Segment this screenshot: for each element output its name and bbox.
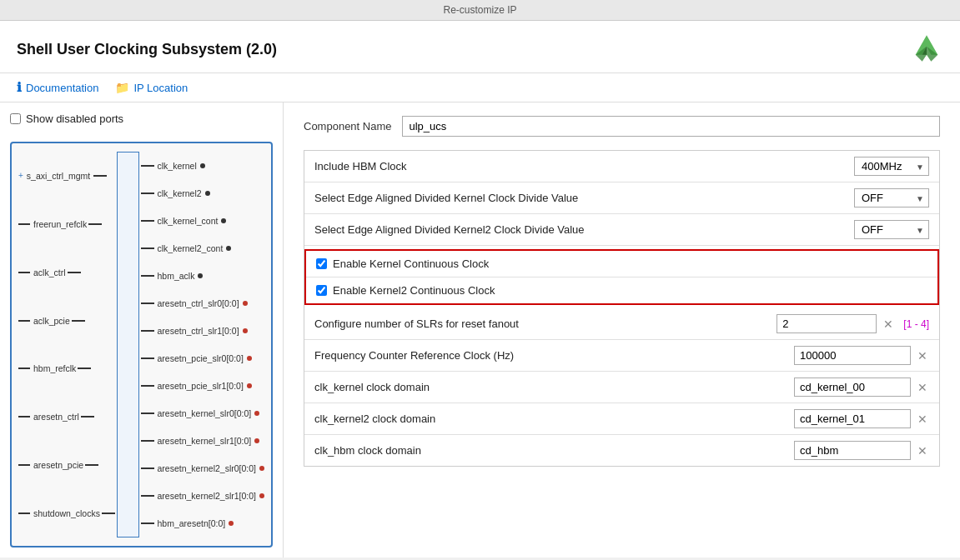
left-pin-aresetn-pcie: aresetn_pcie <box>18 460 115 470</box>
left-pin-freerun: freerun_refclk <box>18 219 115 229</box>
clk-kernel-domain-input[interactable] <box>794 378 911 397</box>
config-row-clk-kernel-domain: clk_kernel clock domain ✕ <box>304 372 939 403</box>
left-panel: Show disabled ports + s_axi_ctrl_mgmt <box>0 102 284 558</box>
folder-icon: 📁 <box>115 81 129 94</box>
clk-kernel-domain-label: clk_kernel clock domain <box>314 381 784 393</box>
config-row-clk-hbm-domain: clk_hbm clock domain ✕ <box>304 435 939 466</box>
ip-location-label: IP Location <box>133 82 188 94</box>
config-row-slr-count: Configure number of SLRs for reset fanou… <box>304 308 939 340</box>
clk-hbm-domain-label: clk_hbm clock domain <box>314 444 784 457</box>
right-pin-aresetn-pcie-slr0: aresetn_pcie_slr0[0:0] <box>141 353 265 363</box>
xilinx-logo <box>910 32 943 66</box>
freq-counter-control: ✕ <box>794 346 929 365</box>
config-section: Include HBM Clock 400MHz 300MHz 200MHz O… <box>304 150 940 467</box>
component-name-row: Component Name <box>304 116 940 137</box>
documentation-label: Documentation <box>26 82 98 94</box>
left-pin-aresetn-ctrl: aresetn_ctrl <box>18 412 115 422</box>
clk-hbm-domain-clear-button[interactable]: ✕ <box>916 444 929 458</box>
slr-count-clear-button[interactable]: ✕ <box>882 318 895 331</box>
header: Shell User Clocking Subsystem (2.0) <box>0 21 960 73</box>
left-pin-hbm-refclk: hbm_refclk <box>18 363 115 373</box>
right-pin-aresetn-pcie-slr1: aresetn_pcie_slr1[0:0] <box>141 381 265 391</box>
kernel2-clock-divide-control: OFF 2 4 8 ▼ <box>854 220 929 239</box>
clk-hbm-domain-control: ✕ <box>794 441 929 460</box>
toolbar: ℹ Documentation 📁 IP Location <box>0 73 960 102</box>
left-pin-aclk-pcie: aclk_pcie <box>18 316 115 326</box>
right-pin-aresetn-kernel-slr1: aresetn_kernel_slr1[0:0] <box>141 436 265 446</box>
right-pin-aresetn-ctrl-slr1: aresetn_ctrl_slr1[0:0] <box>141 326 265 336</box>
ip-location-link[interactable]: 📁 IP Location <box>115 81 188 94</box>
right-panel: Component Name Include HBM Clock 400MHz … <box>284 102 960 558</box>
freq-counter-label: Frequency Counter Reference Clock (Hz) <box>314 349 784 362</box>
config-row-clk-kernel2-domain: clk_kernel2 clock domain ✕ <box>304 403 939 435</box>
right-pin-aresetn-kernel-slr0: aresetn_kernel_slr0[0:0] <box>141 408 265 418</box>
slr-count-label: Configure number of SLRs for reset fanou… <box>314 318 766 330</box>
documentation-link[interactable]: ℹ Documentation <box>17 80 98 95</box>
block-diagram: + s_axi_ctrl_mgmt freerun_refclk aclk_ct… <box>10 142 273 548</box>
right-pin-hbm-aresetn: hbm_aresetn[0:0] <box>141 518 265 528</box>
config-row-kernel2-clock-divide: Select Edge Aligned Divided Kernel2 Cloc… <box>304 214 939 246</box>
clk-kernel-domain-control: ✕ <box>794 378 929 397</box>
info-icon: ℹ <box>17 80 22 95</box>
kernel2-clock-divide-label: Select Edge Aligned Divided Kernel2 Cloc… <box>314 223 844 236</box>
slr-count-range-hint: [1 - 4] <box>903 318 929 330</box>
kernel-clock-divide-control: OFF 2 4 8 ▼ <box>854 188 929 208</box>
clk-hbm-domain-input[interactable] <box>794 441 911 460</box>
show-disabled-ports-row: Show disabled ports <box>10 112 273 125</box>
page-title: Shell User Clocking Subsystem (2.0) <box>17 41 277 58</box>
show-disabled-ports-checkbox[interactable] <box>10 113 21 124</box>
config-row-freq-counter: Frequency Counter Reference Clock (Hz) ✕ <box>304 340 939 372</box>
kernel-clock-divide-label: Select Edge Aligned Divided Kernel Clock… <box>314 192 844 204</box>
slr-count-control: ✕ [1 - 4] <box>777 314 929 333</box>
left-pin-s-axi: + s_axi_ctrl_mgmt <box>18 171 115 181</box>
left-pin-aclk-ctrl: aclk_ctrl <box>18 268 115 278</box>
right-pin-aresetn-ctrl-slr0: aresetn_ctrl_slr0[0:0] <box>141 298 265 308</box>
freq-counter-input[interactable] <box>794 346 911 365</box>
enable-kernel2-clock-row: Enable Kernel2 Continuous Clock <box>306 278 937 303</box>
top-bar-title: Re-customize IP <box>443 4 516 16</box>
top-bar: Re-customize IP <box>0 0 960 21</box>
component-name-label: Component Name <box>304 120 392 132</box>
enable-kernel2-clock-label: Enable Kernel2 Continuous Clock <box>333 284 495 297</box>
hbm-clock-dropdown-wrapper: 400MHz 300MHz 200MHz OFF ▼ <box>854 157 929 176</box>
clk-kernel2-domain-control: ✕ <box>794 409 929 428</box>
right-pin-clk-kernel2-cont: clk_kernel2_cont <box>141 243 265 253</box>
component-name-input[interactable] <box>402 116 941 137</box>
kernel2-clock-divide-select[interactable]: OFF 2 4 8 <box>854 220 929 239</box>
kernel2-clock-divide-wrapper: OFF 2 4 8 ▼ <box>854 220 929 239</box>
enable-kernel-clock-row: Enable Kernel Continuous Clock <box>306 251 937 278</box>
enable-kernel-clock-label: Enable Kernel Continuous Clock <box>333 258 489 270</box>
clk-kernel2-domain-clear-button[interactable]: ✕ <box>916 412 929 426</box>
freq-counter-clear-button[interactable]: ✕ <box>916 349 929 362</box>
right-pin-hbm-aclk: hbm_aclk <box>141 271 265 281</box>
hbm-clock-control: 400MHz 300MHz 200MHz OFF ▼ <box>854 157 929 176</box>
main-container: Shell User Clocking Subsystem (2.0) ℹ Do… <box>0 21 960 558</box>
enable-kernel-clock-checkbox[interactable] <box>316 258 327 269</box>
kernel-clock-divide-wrapper: OFF 2 4 8 ▼ <box>854 188 929 208</box>
left-pin-shutdown: shutdown_clocks <box>18 508 115 518</box>
hbm-clock-select[interactable]: 400MHz 300MHz 200MHz OFF <box>854 157 929 176</box>
clk-kernel-domain-clear-button[interactable]: ✕ <box>916 381 929 394</box>
show-disabled-ports-label: Show disabled ports <box>26 112 123 125</box>
enable-kernel2-clock-checkbox[interactable] <box>316 285 327 296</box>
expand-icon[interactable]: + <box>18 171 23 180</box>
right-pin-clk-kernel: clk_kernel <box>141 161 265 171</box>
hbm-clock-label: Include HBM Clock <box>314 160 844 172</box>
highlighted-checkbox-section: Enable Kernel Continuous Clock Enable Ke… <box>304 249 939 305</box>
config-row-kernel-clock-divide: Select Edge Aligned Divided Kernel Clock… <box>304 182 939 214</box>
right-pin-aresetn-kernel2-slr1: aresetn_kernel2_slr1[0:0] <box>141 491 265 501</box>
right-pin-clk-kernel2: clk_kernel2 <box>141 188 265 198</box>
clk-kernel2-domain-label: clk_kernel2 clock domain <box>314 412 784 425</box>
clk-kernel2-domain-input[interactable] <box>794 409 911 428</box>
slr-count-input[interactable] <box>777 314 877 333</box>
right-pin-clk-kernel-cont: clk_kernel_cont <box>141 216 265 226</box>
content-area: Show disabled ports + s_axi_ctrl_mgmt <box>0 102 960 558</box>
right-pin-aresetn-kernel2-slr0: aresetn_kernel2_slr0[0:0] <box>141 463 265 473</box>
config-row-hbm-clock: Include HBM Clock 400MHz 300MHz 200MHz O… <box>304 151 939 182</box>
kernel-clock-divide-select[interactable]: OFF 2 4 8 <box>854 188 929 208</box>
